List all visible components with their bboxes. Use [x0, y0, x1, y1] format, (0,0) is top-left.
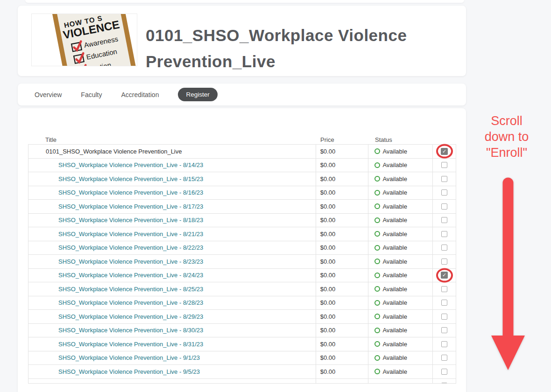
table-row: SHSO_Workplace Violence Prevention_Live … — [28, 296, 456, 310]
enroll-checkbox[interactable] — [441, 231, 447, 237]
page: HOW TO S VIOLENCE Awareness Education en… — [0, 0, 551, 392]
row-title[interactable]: SHSO_Workplace Violence Prevention_Live … — [58, 327, 203, 334]
available-circle-icon — [374, 231, 380, 237]
row-title[interactable]: SHSO_Workplace Violence Prevention_Live … — [58, 286, 203, 293]
row-title[interactable]: SHSO_Workplace Violence Prevention_Live … — [58, 341, 203, 348]
row-price: $0.00 — [320, 327, 336, 334]
row-price: $0.00 — [320, 175, 336, 182]
table-row: SHSO_Workplace Violence Prevention_Live … — [28, 309, 456, 324]
tab-register[interactable]: Register — [178, 88, 217, 101]
status-label: Available — [382, 161, 407, 168]
status-label: Available — [382, 189, 407, 196]
status-label: Available — [382, 341, 407, 348]
course-thumbnail: HOW TO S VIOLENCE Awareness Education en… — [31, 14, 137, 66]
table-header-row: Title Price Status — [28, 134, 456, 145]
row-title[interactable]: SHSO_Workplace Violence Prevention_Live … — [58, 203, 203, 210]
status-label: Available — [382, 258, 407, 265]
enroll-checkbox[interactable] — [441, 217, 447, 223]
row-title[interactable]: SHSO_Workplace Violence Prevention_Live … — [58, 368, 200, 375]
enroll-checkbox[interactable] — [441, 369, 447, 375]
status-label: Available — [382, 382, 407, 383]
available-circle-icon — [374, 176, 380, 182]
row-title[interactable]: SHSO_Workplace Violence Prevention_Live … — [58, 231, 203, 238]
table-row: SHSO_Workplace Violence Prevention_Live … — [28, 186, 456, 200]
annotation-line1: Scroll — [468, 113, 545, 129]
row-price: $0.00 — [320, 203, 336, 210]
row-title[interactable]: SHSO_Workplace Violence Prevention_Live … — [58, 313, 203, 320]
column-header-title: Title — [28, 134, 316, 145]
available-circle-icon — [374, 355, 380, 361]
enroll-checkbox[interactable] — [441, 314, 447, 320]
row-price: $0.00 — [320, 299, 336, 306]
available-circle-icon — [374, 300, 380, 306]
status-label: Available — [382, 148, 407, 155]
row-title[interactable]: SHSO_Workplace Violence Prevention_Live … — [58, 161, 203, 168]
enroll-checkbox[interactable] — [441, 245, 447, 251]
table-row: SHSO_Workplace Violence Prevention_Live … — [28, 337, 456, 351]
row-title[interactable]: SHSO_Workplace Violence Prevention_Live … — [58, 299, 203, 306]
enroll-checkbox[interactable] — [441, 383, 447, 383]
status-label: Available — [382, 203, 407, 210]
row-title[interactable]: SHSO_Workplace Violence Prevention_Live … — [58, 175, 203, 182]
status-label: Available — [382, 272, 407, 279]
row-title[interactable]: 0101_SHSO_Workplace Violence Prevention_… — [46, 148, 182, 155]
enroll-checkbox[interactable] — [441, 300, 447, 306]
page-title: 0101_SHSO_Workplace Violence Prevention_… — [146, 22, 454, 75]
status-label: Available — [382, 244, 407, 251]
enroll-checkbox[interactable] — [441, 189, 447, 196]
available-circle-icon — [374, 383, 380, 384]
registration-table: Title Price Status 0101_SHSO_Workplace V… — [28, 134, 456, 384]
row-title[interactable]: SHSO_Workplace Violence Prevention_Live — [58, 382, 177, 383]
table-row: SHSO_Workplace Violence Prevention_Live … — [28, 268, 456, 283]
table-row: SHSO_Workplace Violence Prevention_Live … — [28, 378, 456, 384]
row-title[interactable]: SHSO_Workplace Violence Prevention_Live … — [58, 258, 203, 265]
enroll-checkbox[interactable] — [441, 162, 447, 168]
status-label: Available — [382, 354, 407, 361]
tab-accreditation[interactable]: Accreditation — [121, 91, 159, 98]
available-circle-icon — [374, 286, 380, 292]
enroll-checkbox[interactable] — [441, 286, 447, 292]
row-title[interactable]: SHSO_Workplace Violence Prevention_Live … — [58, 272, 203, 279]
enroll-checkbox[interactable] — [441, 341, 447, 347]
table-row: SHSO_Workplace Violence Prevention_Live … — [28, 241, 456, 255]
available-circle-icon — [374, 341, 380, 347]
row-title[interactable]: SHSO_Workplace Violence Prevention_Live … — [58, 354, 200, 361]
column-header-price: Price — [316, 134, 369, 145]
status-label: Available — [382, 231, 407, 238]
enroll-checkbox[interactable] — [441, 327, 447, 333]
enroll-checkbox[interactable] — [441, 259, 447, 265]
table-row: SHSO_Workplace Violence Prevention_Live … — [28, 172, 456, 186]
table-row: SHSO_Workplace Violence Prevention_Live … — [28, 323, 456, 338]
registration-table-body: 0101_SHSO_Workplace Violence Prevention_… — [28, 144, 456, 384]
column-header-checkbox — [433, 134, 456, 145]
row-price: $0.00 — [320, 368, 336, 375]
enroll-checkbox[interactable] — [441, 203, 447, 210]
row-title[interactable]: SHSO_Workplace Violence Prevention_Live … — [58, 244, 203, 251]
table-row: SHSO_Workplace Violence Prevention_Live … — [28, 199, 456, 214]
enroll-checkbox[interactable] — [441, 355, 447, 361]
red-down-arrow-icon — [490, 177, 526, 371]
status-label: Available — [382, 368, 407, 375]
column-header-status: Status — [369, 134, 433, 145]
row-price: $0.00 — [320, 272, 336, 279]
available-circle-icon — [374, 203, 380, 209]
scroll-annotation-text: Scroll down to "Enroll" — [468, 113, 545, 161]
enroll-checkbox[interactable] — [441, 176, 447, 182]
row-title[interactable]: SHSO_Workplace Violence Prevention_Live … — [58, 217, 203, 224]
available-circle-icon — [374, 328, 380, 333]
enroll-checkbox[interactable]: ✓ — [441, 148, 448, 155]
enroll-checkbox[interactable]: ✓ — [441, 272, 448, 279]
table-row: SHSO_Workplace Violence Prevention_Live … — [28, 351, 456, 365]
row-title[interactable]: SHSO_Workplace Violence Prevention_Live … — [58, 189, 203, 196]
status-label: Available — [382, 313, 407, 320]
tab-overview[interactable]: Overview — [35, 91, 62, 98]
status-label: Available — [382, 217, 407, 224]
row-price: $0.00 — [320, 313, 336, 320]
tab-faculty[interactable]: Faculty — [81, 91, 102, 98]
row-price: $0.00 — [320, 382, 336, 383]
available-circle-icon — [374, 162, 380, 168]
row-price: $0.00 — [320, 161, 336, 168]
register-content-card: Title Price Status 0101_SHSO_Workplace V… — [18, 108, 466, 392]
table-row: SHSO_Workplace Violence Prevention_Live … — [28, 227, 456, 241]
annotation-line3: "Enroll" — [468, 145, 545, 161]
